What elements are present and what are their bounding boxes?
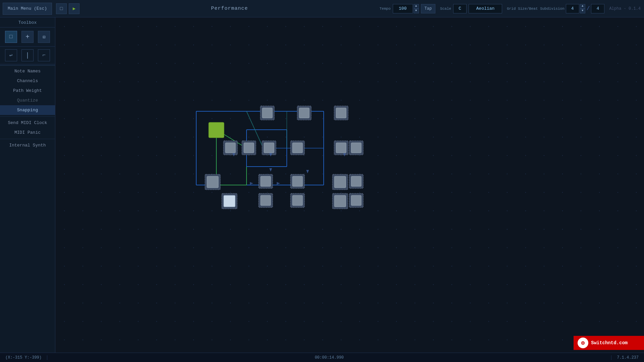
scale-section: Scale: [440, 4, 502, 13]
switch-text: Switchntd.com: [591, 340, 628, 346]
topbar: Main Menu (Esc) □ ▶ Performance Tempo ▲ …: [0, 0, 644, 17]
tempo-spinner: ▲ ▼: [414, 4, 419, 13]
select-tool-button[interactable]: □: [5, 31, 17, 43]
node-row2: [223, 141, 363, 155]
add-tool-button[interactable]: +: [21, 31, 34, 43]
main-menu-button[interactable]: Main Menu (Esc): [3, 3, 52, 15]
performance-label: Performance: [79, 6, 379, 11]
svg-rect-61: [292, 195, 303, 205]
main-canvas-svg: x x: [55, 17, 644, 353]
svg-rect-51: [292, 176, 303, 186]
tempo-section: Tempo ▲ ▼ Tap: [379, 4, 435, 13]
snapping-option[interactable]: Snapping: [0, 105, 55, 115]
svg-rect-29: [262, 108, 272, 118]
svg-rect-35: [225, 143, 235, 153]
svg-rect-37: [244, 143, 254, 153]
time-display: 00:00:14.990: [47, 355, 611, 360]
stop-button[interactable]: □: [56, 3, 67, 14]
send-midi-clock-option[interactable]: Send MIDI Clock: [0, 118, 55, 128]
switch-badge[interactable]: ⊕ Switchntd.com: [574, 336, 644, 350]
coords-display: (X:-315 Y:-399): [0, 355, 47, 360]
tempo-label: Tempo: [379, 7, 390, 11]
channels-option[interactable]: Channels: [0, 76, 55, 86]
version-display: 7.1.4.237: [611, 355, 644, 360]
grid-size-down[interactable]: ▼: [580, 9, 585, 13]
alpha-version-label: Alpha - 0.1.4: [609, 6, 641, 11]
pipe-button[interactable]: |: [21, 49, 34, 61]
svg-rect-33: [336, 108, 346, 118]
node-row1: [260, 106, 348, 120]
toolbox-header: Toolbox: [0, 17, 55, 27]
scale-root-input[interactable]: [453, 4, 467, 13]
svg-rect-57: [224, 195, 235, 207]
tempo-up[interactable]: ▲: [414, 4, 419, 9]
svg-rect-55: [351, 176, 361, 186]
grid-size-input[interactable]: [566, 4, 579, 13]
canvas-area[interactable]: x x: [55, 17, 644, 353]
grid-size-spinner: ▲ ▼: [580, 4, 585, 13]
svg-rect-31: [299, 108, 309, 118]
bracket-button[interactable]: ⌐: [38, 49, 50, 61]
svg-rect-53: [334, 176, 346, 188]
quantize-option[interactable]: Quantize: [0, 96, 55, 105]
midi-divider: [0, 116, 55, 117]
internal-synth-option[interactable]: Internal Synth: [0, 140, 55, 150]
sidebar: Toolbox □ + ⊡ ↩ | ⌐ Note Names Channels …: [0, 17, 55, 353]
svg-rect-43: [336, 143, 346, 153]
svg-rect-59: [261, 195, 271, 205]
svg-rect-41: [292, 143, 303, 153]
grid-subdiv-input[interactable]: [591, 4, 604, 13]
svg-rect-47: [207, 176, 218, 188]
scale-label: Scale: [440, 7, 451, 11]
toolbox-actions: ↩ | ⌐: [0, 47, 55, 64]
grid-divider: /: [587, 6, 590, 12]
svg-rect-49: [261, 176, 271, 186]
scale-mode-input[interactable]: [469, 4, 502, 13]
transport-controls: □ ▶: [56, 3, 79, 14]
grid-size-up[interactable]: ▲: [580, 4, 585, 9]
synth-divider: [0, 139, 55, 139]
tap-button[interactable]: Tap: [421, 4, 436, 13]
play-button[interactable]: ▶: [69, 3, 79, 14]
sidebar-divider: [0, 65, 55, 66]
svg-rect-45: [351, 143, 361, 153]
grid-size-label: Grid Size/Beat Subdivision: [507, 7, 565, 11]
svg-rect-39: [264, 143, 274, 153]
grid-section: Grid Size/Beat Subdivision ▲ ▼ /: [507, 4, 604, 13]
tempo-down[interactable]: ▼: [414, 9, 419, 13]
toolbox-tools: □ + ⊡: [0, 27, 55, 47]
tempo-input[interactable]: [393, 4, 413, 13]
svg-rect-63: [334, 195, 346, 207]
svg-rect-65: [351, 195, 361, 205]
undo-button[interactable]: ↩: [5, 49, 17, 61]
midi-panic-option[interactable]: MIDI Panic: [0, 128, 55, 137]
path-weight-option[interactable]: Path Weight: [0, 86, 55, 96]
region-tool-button[interactable]: ⊡: [38, 31, 50, 43]
svg-rect-27: [209, 122, 224, 138]
statusbar: (X:-315 Y:-399) 00:00:14.990 7.1.4.237: [0, 353, 644, 362]
note-names-option[interactable]: Note Names: [0, 66, 55, 76]
switch-icon: ⊕: [578, 338, 588, 348]
